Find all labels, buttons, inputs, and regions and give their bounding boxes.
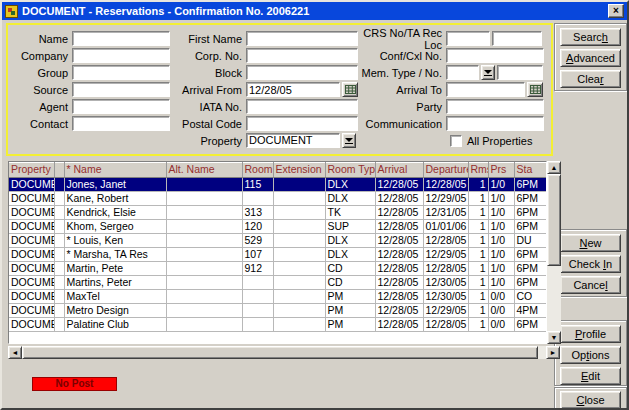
cell-room-type[interactable]: DLX	[325, 233, 375, 247]
cell-room-type[interactable]: PM	[325, 303, 375, 317]
cell-property[interactable]: DOCUME	[9, 275, 54, 289]
close-icon[interactable]: ×	[608, 4, 624, 18]
cell-rms[interactable]: 1	[468, 219, 488, 233]
new-button[interactable]: New	[560, 234, 621, 252]
cell-extension[interactable]	[273, 289, 325, 303]
mem-no-input[interactable]	[497, 65, 543, 80]
cell-rms[interactable]: 1	[468, 289, 488, 303]
edit-button[interactable]: Edit	[560, 367, 621, 385]
cell-extension[interactable]	[273, 247, 325, 261]
arrival-to-input[interactable]	[446, 82, 525, 97]
scroll-right-icon[interactable]: ►	[546, 346, 560, 359]
cell-arrival[interactable]: 12/28/05	[375, 177, 423, 191]
cell-room[interactable]	[242, 289, 273, 303]
advanced-button[interactable]: Advanced	[560, 49, 621, 67]
cell-room[interactable]	[242, 317, 273, 331]
arrival-to-calendar-button[interactable]	[527, 82, 543, 97]
cell-alt-name[interactable]	[166, 247, 242, 261]
cell-rms[interactable]: 1	[468, 205, 488, 219]
cell-room[interactable]: 115	[242, 177, 273, 191]
cell-flag[interactable]	[54, 177, 64, 191]
cell-arrival[interactable]: 12/28/05	[375, 317, 423, 331]
cell-arrival[interactable]: 12/28/05	[375, 191, 423, 205]
cell-name[interactable]: Kendrick, Elsie	[64, 205, 166, 219]
cell-flag[interactable]	[54, 191, 64, 205]
cell-alt-name[interactable]	[166, 275, 242, 289]
cancel-button[interactable]: Cancel	[560, 276, 621, 294]
cell-room[interactable]	[242, 303, 273, 317]
cell-name[interactable]: Palatine Club	[64, 317, 166, 331]
mem-type-dropdown-button[interactable]	[481, 65, 495, 80]
cell-room-type[interactable]: SUP	[325, 219, 375, 233]
cell-alt-name[interactable]	[166, 233, 242, 247]
cell-alt-name[interactable]	[166, 219, 242, 233]
cell-alt-name[interactable]	[166, 205, 242, 219]
cell-room[interactable]: 120	[242, 219, 273, 233]
cell-extension[interactable]	[273, 205, 325, 219]
cell-departure[interactable]: 12/30/05	[423, 289, 468, 303]
close-button[interactable]: Close	[560, 391, 621, 409]
cell-status[interactable]: DU	[514, 233, 546, 247]
party-input[interactable]	[446, 99, 544, 114]
arrival-from-input[interactable]	[246, 82, 340, 97]
cell-prs[interactable]: 0/0	[488, 317, 514, 331]
cell-prs[interactable]: 1/0	[488, 219, 514, 233]
cell-room-type[interactable]: DLX	[325, 247, 375, 261]
block-input[interactable]	[246, 65, 358, 80]
vertical-scrollbar[interactable]: ▲ ▼	[547, 161, 561, 344]
table-row[interactable]: DOCUME Kendrick, Elsie 313 TK 12/28/05 1…	[9, 205, 546, 219]
cell-name[interactable]: Metro Design	[64, 303, 166, 317]
cell-rms[interactable]: 1	[468, 303, 488, 317]
cell-extension[interactable]	[273, 219, 325, 233]
cell-alt-name[interactable]	[166, 289, 242, 303]
table-row[interactable]: DOCUME Martins, Peter CD 12/28/05 12/30/…	[9, 275, 546, 289]
agent-input[interactable]	[72, 99, 170, 114]
cell-rms[interactable]: 1	[468, 191, 488, 205]
communication-input[interactable]	[446, 116, 544, 131]
cell-departure[interactable]: 12/28/05	[423, 317, 468, 331]
cell-name[interactable]: Martins, Peter	[64, 275, 166, 289]
cell-room-type[interactable]: DLX	[325, 177, 375, 191]
cell-property[interactable]: DOCUME	[9, 191, 54, 205]
cell-status[interactable]: 6PM	[514, 261, 546, 275]
cell-extension[interactable]	[273, 275, 325, 289]
table-row[interactable]: DOCUME MaxTel PM 12/28/05 12/30/05 1 0/0…	[9, 289, 546, 303]
cell-name[interactable]: * Marsha, TA Res	[64, 247, 166, 261]
cell-property[interactable]: DOCUME	[9, 289, 54, 303]
table-row[interactable]: DOCUME Kane, Robert DLX 12/28/05 12/29/0…	[9, 191, 546, 205]
crs-no-input[interactable]	[446, 31, 490, 46]
cell-flag[interactable]	[54, 289, 64, 303]
horizontal-scrollbar-thumb[interactable]	[22, 346, 538, 359]
options-button[interactable]: Options	[560, 346, 621, 364]
cell-arrival[interactable]: 12/28/05	[375, 261, 423, 275]
cell-prs[interactable]: 1/0	[488, 177, 514, 191]
cell-flag[interactable]	[54, 205, 64, 219]
cell-rms[interactable]: 1	[468, 247, 488, 261]
cell-status[interactable]: 6PM	[514, 219, 546, 233]
cell-departure[interactable]: 12/28/05	[423, 233, 468, 247]
cell-room[interactable]: 529	[242, 233, 273, 247]
first-name-input[interactable]	[246, 31, 358, 46]
clear-button[interactable]: Clear	[560, 70, 621, 88]
ta-rec-loc-input[interactable]	[492, 31, 542, 46]
cell-status[interactable]: CO	[514, 289, 546, 303]
cell-alt-name[interactable]	[166, 303, 242, 317]
cell-flag[interactable]	[54, 233, 64, 247]
contact-input[interactable]	[72, 116, 170, 131]
cell-alt-name[interactable]	[166, 191, 242, 205]
cell-extension[interactable]	[273, 233, 325, 247]
cell-name[interactable]: Kane, Robert	[64, 191, 166, 205]
cell-departure[interactable]: 12/28/05	[423, 261, 468, 275]
table-row[interactable]: DOCUME Martin, Pete 912 CD 12/28/05 12/2…	[9, 261, 546, 275]
cell-prs[interactable]: 0/0	[488, 289, 514, 303]
cell-flag[interactable]	[54, 303, 64, 317]
check-in-button[interactable]: Check In	[560, 255, 621, 273]
cell-arrival[interactable]: 12/28/05	[375, 303, 423, 317]
cell-property[interactable]: DOCUME	[9, 317, 54, 331]
cell-prs[interactable]: 1/0	[488, 233, 514, 247]
cell-room[interactable]: 313	[242, 205, 273, 219]
cell-room[interactable]: 107	[242, 247, 273, 261]
conf-cxl-input[interactable]	[446, 48, 544, 63]
vertical-scrollbar-thumb[interactable]	[547, 174, 561, 266]
cell-departure[interactable]: 12/29/05	[423, 303, 468, 317]
